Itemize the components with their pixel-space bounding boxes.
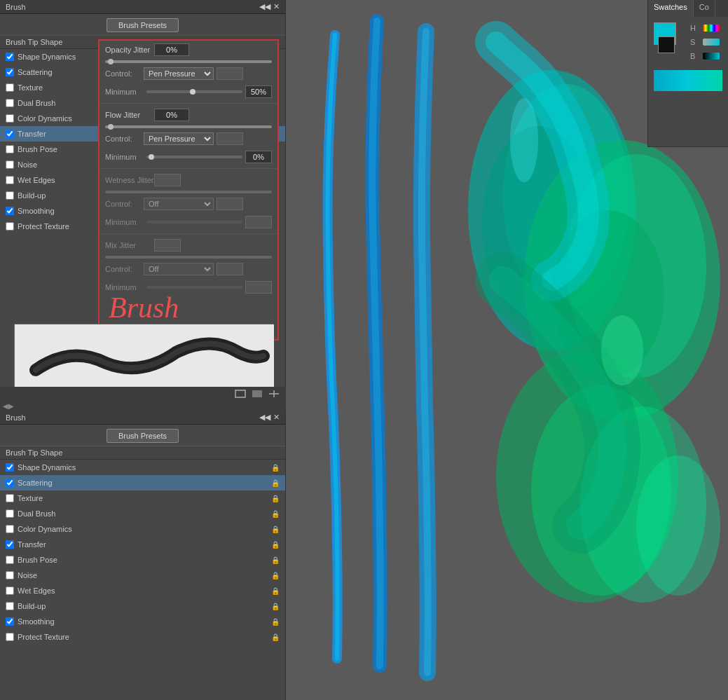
- scattering-checkbox[interactable]: [6, 68, 14, 76]
- lock-icon-smooth-b: 🔒: [271, 618, 280, 626]
- flow-min-label: Minimum: [105, 153, 144, 161]
- brush-items-list-bottom: Shape Dynamics 🔒 Scattering 🔒 Texture 🔒 …: [0, 460, 285, 645]
- mix-min-slider[interactable]: [146, 286, 242, 289]
- lock-icon-buildup-b: 🔒: [271, 603, 280, 610]
- lock-icon-wet-b: 🔒: [271, 587, 280, 595]
- panel-title-bottom: Brush: [6, 413, 26, 422]
- brush-item-transfer-b[interactable]: Transfer 🔒: [0, 537, 285, 552]
- transfer-checkbox[interactable]: [6, 130, 14, 138]
- opacity-control-row: Control: Pen Pressure Off Pen Tilt Stylu…: [99, 64, 277, 83]
- h-slider[interactable]: [703, 25, 720, 32]
- collapse-icon[interactable]: ◀◀: [259, 2, 270, 11]
- toolbar-icon-3[interactable]: [268, 389, 280, 399]
- brush-item-shape-dynamics-b[interactable]: Shape Dynamics 🔒: [0, 460, 285, 475]
- svg-point-14: [601, 315, 643, 385]
- brush-item-noise-b[interactable]: Noise 🔒: [0, 568, 285, 583]
- mix-jitter-row: Mix Jitter: [99, 236, 277, 254]
- s-slider-row: S: [690, 36, 722, 48]
- scattering-label-b: Scattering: [18, 479, 271, 487]
- brush-item-scattering-b[interactable]: Scattering 🔒: [0, 475, 285, 490]
- wet-edges-checkbox[interactable]: [6, 176, 14, 184]
- brush-item-brush-pose-b[interactable]: Brush Pose 🔒: [0, 552, 285, 568]
- s-slider[interactable]: [703, 39, 720, 46]
- wet-edges-checkbox-b[interactable]: [6, 586, 14, 595]
- fg-bg-colors: [654, 22, 689, 57]
- panel-title-bar-bottom: Brush ◀◀ ✕: [0, 411, 285, 425]
- flow-control-select[interactable]: Pen Pressure Off: [144, 132, 214, 145]
- wetness-min-box: [245, 216, 272, 228]
- opacity-min-input[interactable]: [245, 85, 272, 98]
- opacity-min-slider[interactable]: [146, 90, 242, 93]
- flow-control-label: Control:: [105, 135, 144, 143]
- shape-dynamics-checkbox-b[interactable]: [6, 463, 14, 472]
- wetness-control-select[interactable]: Off: [144, 198, 214, 210]
- wet-edges-label-b: Wet Edges: [18, 586, 271, 595]
- dual-brush-label-b: Dual Brush: [18, 509, 271, 518]
- brush-item-texture-b[interactable]: Texture 🔒: [0, 490, 285, 506]
- b-slider[interactable]: [703, 53, 720, 60]
- brush-item-buildup-b[interactable]: Build-up 🔒: [0, 598, 285, 614]
- buildup-checkbox[interactable]: [6, 191, 14, 200]
- brush-tip-section-bottom: Brush Tip Shape: [0, 446, 285, 460]
- noise-checkbox-b[interactable]: [6, 571, 14, 579]
- h-label: H: [690, 24, 700, 32]
- lock-icon-protect-b: 🔒: [271, 633, 280, 641]
- svg-point-12: [636, 455, 720, 596]
- toolbar-icon-1[interactable]: [234, 389, 247, 399]
- brush-item-protect-texture-b[interactable]: Protect Texture 🔒: [0, 629, 285, 645]
- brush-presets-button[interactable]: Brush Presets: [107, 18, 179, 32]
- dual-brush-checkbox-b[interactable]: [6, 509, 14, 518]
- scattering-checkbox-b[interactable]: [6, 479, 14, 487]
- mix-control-select[interactable]: Off: [144, 263, 214, 275]
- flow-jitter-input[interactable]: [154, 109, 189, 121]
- brush-pose-checkbox-b[interactable]: [6, 556, 14, 564]
- expand-icon[interactable]: ◀▶: [3, 402, 14, 410]
- dual-brush-checkbox[interactable]: [6, 99, 14, 107]
- brush-item-wet-edges-b[interactable]: Wet Edges 🔒: [0, 583, 285, 598]
- brush-presets-button-bottom[interactable]: Brush Presets: [107, 429, 179, 443]
- opacity-jitter-input[interactable]: [154, 43, 189, 56]
- smoothing-checkbox-top[interactable]: [6, 207, 14, 215]
- color-dynamics-checkbox[interactable]: [6, 114, 14, 123]
- lock-icon-noise-b: 🔒: [271, 572, 280, 579]
- color-swatch-bar[interactable]: [654, 70, 722, 91]
- protect-texture-label-b: Protect Texture: [18, 633, 271, 641]
- protect-texture-checkbox[interactable]: [6, 222, 14, 231]
- opacity-min-label: Minimum: [105, 88, 144, 96]
- opacity-control-select[interactable]: Pen Pressure Off Pen Tilt Stylus Wheel: [144, 67, 214, 80]
- flow-min-input[interactable]: [245, 151, 272, 163]
- brush-item-color-dynamics-b[interactable]: Color Dynamics 🔒: [0, 521, 285, 537]
- wetness-min-slider[interactable]: [146, 221, 242, 224]
- texture-checkbox-b[interactable]: [6, 494, 14, 502]
- swatches-tabs: Swatches Co: [648, 0, 728, 17]
- brush-pose-checkbox[interactable]: [6, 145, 14, 153]
- background-color[interactable]: [658, 36, 675, 53]
- lock-icon-texture-b: 🔒: [271, 495, 280, 502]
- swatches-tab[interactable]: Swatches: [648, 0, 694, 17]
- smoothing-checkbox-b[interactable]: [6, 617, 14, 626]
- color-squares: H S B: [654, 22, 722, 64]
- noise-checkbox[interactable]: [6, 160, 14, 169]
- brush-presets-area: Brush Presets: [0, 14, 285, 35]
- texture-checkbox[interactable]: [6, 83, 14, 92]
- close-icon[interactable]: ✕: [273, 2, 280, 11]
- close-icon-bottom[interactable]: ✕: [273, 413, 280, 422]
- mix-min-row: Minimum: [99, 278, 277, 296]
- color-dynamics-checkbox-b[interactable]: [6, 525, 14, 533]
- flow-min-slider[interactable]: [146, 156, 242, 158]
- protect-texture-checkbox-b[interactable]: [6, 633, 14, 641]
- panel-title-icons-bottom: ◀◀ ✕: [259, 413, 280, 422]
- panel-title-bar-top: Brush ◀◀ ✕: [0, 0, 285, 14]
- toolbar-icon-2[interactable]: [251, 389, 263, 399]
- buildup-checkbox-b[interactable]: [6, 602, 14, 610]
- collapse-icon-bottom[interactable]: ◀◀: [259, 413, 270, 422]
- panel-title-icons: ◀◀ ✕: [259, 2, 280, 11]
- color-tab[interactable]: Co: [694, 0, 715, 17]
- shape-dynamics-checkbox[interactable]: [6, 53, 14, 61]
- panel-top-toolbar: [0, 387, 286, 401]
- brush-item-dual-brush-b[interactable]: Dual Brush 🔒: [0, 506, 285, 521]
- buildup-label-b: Build-up: [18, 602, 271, 610]
- brush-item-smoothing-b[interactable]: Smoothing 🔒: [0, 614, 285, 629]
- transfer-checkbox-b[interactable]: [6, 540, 14, 549]
- color-dynamics-label-b: Color Dynamics: [18, 525, 271, 533]
